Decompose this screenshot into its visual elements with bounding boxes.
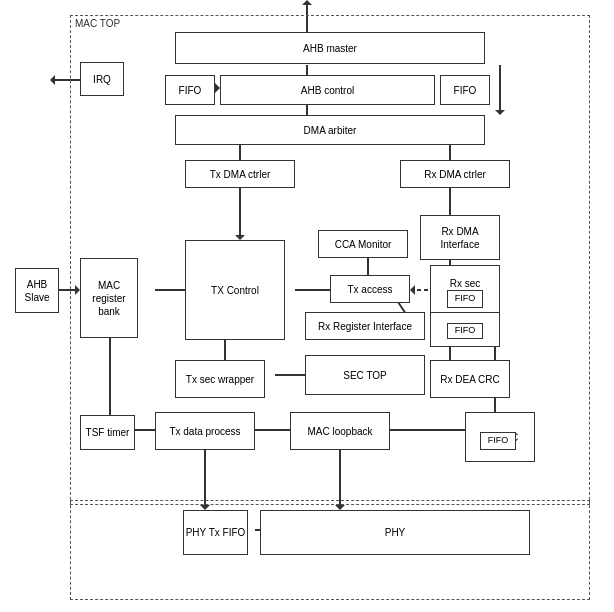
tx-sec-wrapper-label: Tx sec wrapper (186, 373, 254, 386)
rx-dea-crc-label: Rx DEA CRC (440, 373, 499, 386)
rx-register-interface-label: Rx Register Interface (318, 320, 412, 333)
ahb-control-block: AHB control (220, 75, 435, 105)
phy-label: PHY (385, 526, 406, 539)
tx-control-block: TX Control (185, 240, 285, 340)
rx-filter-fifo-block: FIFO (447, 323, 483, 339)
sec-top-block: SEC TOP (305, 355, 425, 395)
mac-register-bank-label: MAC register bank (81, 279, 137, 318)
tx-data-process-label: Tx data process (169, 425, 240, 438)
tx-data-process-block: Tx data process (155, 412, 255, 450)
irq-block: IRQ (80, 62, 124, 96)
rx-sec-wrapper-fifo-label: FIFO (455, 293, 476, 305)
fifo-left-block: FIFO (165, 75, 215, 105)
rx-filter-fifo-label: FIFO (455, 325, 476, 337)
fifo-left-label: FIFO (179, 84, 202, 97)
mac-loopback-label: MAC loopback (307, 425, 372, 438)
tx-access-label: Tx access (347, 283, 392, 296)
phy-tx-fifo-label: PHY Tx FIFO (186, 526, 246, 539)
ahb-slave-label: AHB Slave (16, 278, 58, 304)
rx-cdc-fifo-label: FIFO (488, 435, 509, 447)
rx-cdc-fifo-block: FIFO (480, 432, 516, 450)
fifo-right-block: FIFO (440, 75, 490, 105)
mac-top-label: MAC TOP (75, 18, 120, 29)
tx-control-label: TX Control (211, 284, 259, 297)
cca-monitor-block: CCA Monitor (318, 230, 408, 258)
cca-monitor-label: CCA Monitor (335, 238, 392, 251)
ahb-master-block: AHB master (175, 32, 485, 64)
dma-arbiter-label: DMA arbiter (304, 124, 357, 137)
tx-dma-ctrler-block: Tx DMA ctrler (185, 160, 295, 188)
diagram-container: MAC TOP AHB master AHB control FIFO FIFO… (0, 0, 614, 612)
dma-arbiter-block: DMA arbiter (175, 115, 485, 145)
rx-dma-ctrler-label: Rx DMA ctrler (424, 168, 486, 181)
mac-loopback-block: MAC loopback (290, 412, 390, 450)
tx-access-block: Tx access (330, 275, 410, 303)
rx-sec-wrapper-fifo-block: FIFO (447, 290, 483, 308)
svg-marker-55 (50, 75, 55, 85)
rx-dma-interface-block: Rx DMA Interface (420, 215, 500, 260)
rx-dma-ctrler-block: Rx DMA ctrler (400, 160, 510, 188)
tx-dma-ctrler-label: Tx DMA ctrler (210, 168, 271, 181)
ahb-slave-block: AHB Slave (15, 268, 59, 313)
phy-tx-fifo-block: PHY Tx FIFO (183, 510, 248, 555)
ahb-master-label: AHB master (303, 42, 357, 55)
fifo-right-label: FIFO (454, 84, 477, 97)
tsf-timer-label: TSF timer (86, 426, 130, 439)
irq-label: IRQ (93, 73, 111, 86)
rx-dma-interface-label: Rx DMA Interface (421, 225, 499, 251)
tx-sec-wrapper-block: Tx sec wrapper (175, 360, 265, 398)
rx-register-interface-block: Rx Register Interface (305, 312, 425, 340)
ahb-control-label: AHB control (301, 84, 354, 97)
mac-register-bank-block: MAC register bank (80, 258, 138, 338)
rx-dea-crc-block: Rx DEA CRC (430, 360, 510, 398)
svg-marker-1 (302, 0, 312, 5)
phy-block: PHY (260, 510, 530, 555)
tsf-timer-block: TSF timer (80, 415, 135, 450)
sec-top-label: SEC TOP (343, 369, 387, 382)
